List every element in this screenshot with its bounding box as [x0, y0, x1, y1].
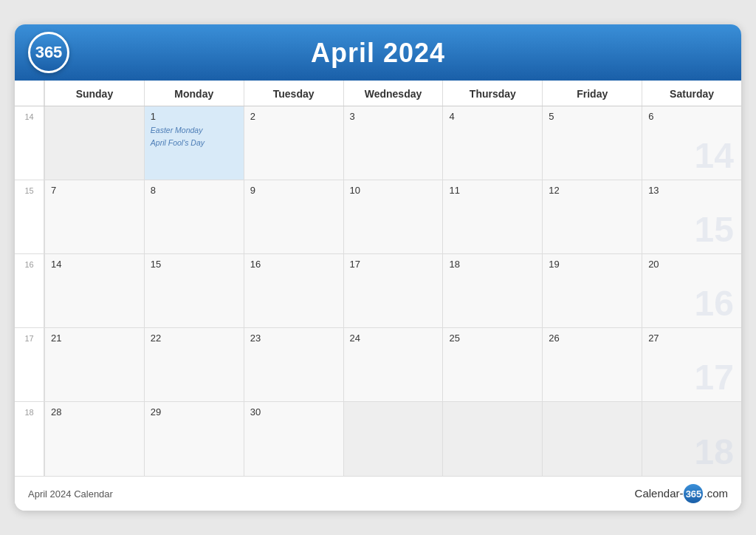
day-cell[interactable]: 18: [642, 402, 741, 476]
day-cell[interactable]: 7: [44, 180, 144, 254]
day-number: 7: [51, 185, 138, 196]
day-cell[interactable]: 12: [542, 180, 642, 254]
day-cell[interactable]: 614: [642, 106, 741, 180]
day-cell[interactable]: 15: [144, 254, 244, 328]
day-number: 26: [549, 333, 636, 344]
day-number: 21: [51, 333, 138, 344]
day-number: 10: [350, 185, 437, 196]
day-cell[interactable]: 8: [144, 180, 244, 254]
week-watermark: 17: [695, 360, 734, 395]
event-label: April Fool's Day: [151, 137, 238, 149]
day-cell[interactable]: 25: [442, 328, 542, 402]
day-cell[interactable]: 11: [442, 180, 542, 254]
brand-number: 365: [684, 484, 703, 503]
day-cell[interactable]: 23: [244, 328, 343, 402]
day-number: 28: [51, 406, 138, 418]
day-header-thursday: Thursday: [442, 81, 542, 106]
day-cell[interactable]: 3: [343, 106, 443, 180]
day-cell[interactable]: [343, 402, 443, 476]
day-number: 11: [449, 185, 536, 196]
day-header-monday: Monday: [144, 81, 244, 106]
day-header-friday: Friday: [542, 81, 642, 106]
day-cell[interactable]: 2: [244, 106, 343, 180]
day-number: 17: [350, 259, 437, 270]
week-watermark: 14: [695, 138, 734, 174]
day-cell[interactable]: 14: [44, 254, 144, 328]
day-number: 20: [648, 259, 735, 270]
day-cell[interactable]: 9: [244, 180, 343, 254]
day-number: 6: [648, 111, 735, 122]
day-cell[interactable]: 26: [542, 328, 642, 402]
calendar-body: SundayMondayTuesdayWednesdayThursdayFrid…: [15, 81, 741, 476]
day-cell[interactable]: 30: [244, 402, 343, 476]
footer-label: April 2024 Calendar: [28, 488, 113, 500]
calendar-grid: 141Easter MondayApril Fool's Day23456141…: [15, 106, 741, 476]
day-number: 25: [449, 333, 536, 344]
day-cell[interactable]: 22: [144, 328, 244, 402]
day-number: 29: [151, 406, 238, 418]
day-number: 2: [250, 111, 337, 122]
day-number: 15: [151, 259, 238, 270]
day-header-tuesday: Tuesday: [244, 81, 343, 106]
brand-suffix: .com: [704, 487, 728, 500]
calendar-title: April 2024: [311, 38, 445, 69]
day-cell[interactable]: 4: [442, 106, 542, 180]
day-cell[interactable]: 16: [244, 254, 343, 328]
day-cell[interactable]: [44, 106, 144, 180]
calendar-footer: April 2024 Calendar Calendar-365.com: [15, 476, 741, 511]
day-cell[interactable]: 24: [343, 328, 443, 402]
event-label: Easter Monday: [151, 125, 238, 136]
day-header-sunday: Sunday: [44, 81, 144, 106]
week-number-18: 18: [15, 402, 44, 476]
day-number: 14: [51, 259, 138, 270]
day-number: 9: [250, 185, 337, 196]
footer-brand: Calendar-365.com: [635, 484, 728, 503]
week-number-15: 15: [15, 180, 44, 254]
day-cell[interactable]: 18: [442, 254, 542, 328]
day-number: 16: [250, 259, 337, 270]
day-cell[interactable]: 1315: [642, 180, 741, 254]
week-watermark: 15: [695, 212, 734, 248]
day-cell[interactable]: 2717: [642, 328, 741, 402]
day-number: 4: [449, 111, 536, 122]
logo-badge: 365: [28, 32, 69, 73]
day-number: 3: [350, 111, 437, 122]
calendar-header: 365 April 2024: [15, 24, 741, 81]
day-cell[interactable]: 1Easter MondayApril Fool's Day: [144, 106, 244, 180]
day-number: 22: [151, 333, 238, 344]
day-number: 24: [350, 333, 437, 344]
week-number-14: 14: [15, 106, 44, 180]
day-number: 5: [549, 111, 636, 122]
week-number-16: 16: [15, 254, 44, 328]
day-number: 1: [151, 111, 238, 122]
day-cell[interactable]: [542, 402, 642, 476]
day-number: 30: [250, 406, 337, 418]
day-header-saturday: Saturday: [642, 81, 741, 106]
day-number: 27: [648, 333, 735, 344]
day-number: 13: [648, 185, 735, 196]
day-cell[interactable]: [442, 402, 542, 476]
day-cell[interactable]: 19: [542, 254, 642, 328]
week-watermark: 16: [695, 286, 734, 321]
day-cell[interactable]: 17: [343, 254, 443, 328]
day-cell[interactable]: 2016: [642, 254, 741, 328]
day-number: 12: [549, 185, 636, 196]
day-cell[interactable]: 5: [542, 106, 642, 180]
day-cell[interactable]: 29: [144, 402, 244, 476]
day-header-wednesday: Wednesday: [343, 81, 443, 106]
day-number: 23: [250, 333, 337, 344]
day-number: 19: [549, 259, 636, 270]
day-cell[interactable]: 28: [44, 402, 144, 476]
day-number: 18: [449, 259, 536, 270]
day-cell[interactable]: 21: [44, 328, 144, 402]
calendar-page: 365 April 2024 SundayMondayTuesdayWednes…: [15, 24, 741, 511]
day-cell[interactable]: 10: [343, 180, 443, 254]
day-number: 8: [151, 185, 238, 196]
week-number-17: 17: [15, 328, 44, 402]
week-watermark: 18: [695, 435, 734, 470]
day-headers-row: SundayMondayTuesdayWednesdayThursdayFrid…: [15, 81, 741, 106]
week-num-header: [15, 81, 44, 106]
brand-prefix: Calendar-: [635, 487, 684, 500]
